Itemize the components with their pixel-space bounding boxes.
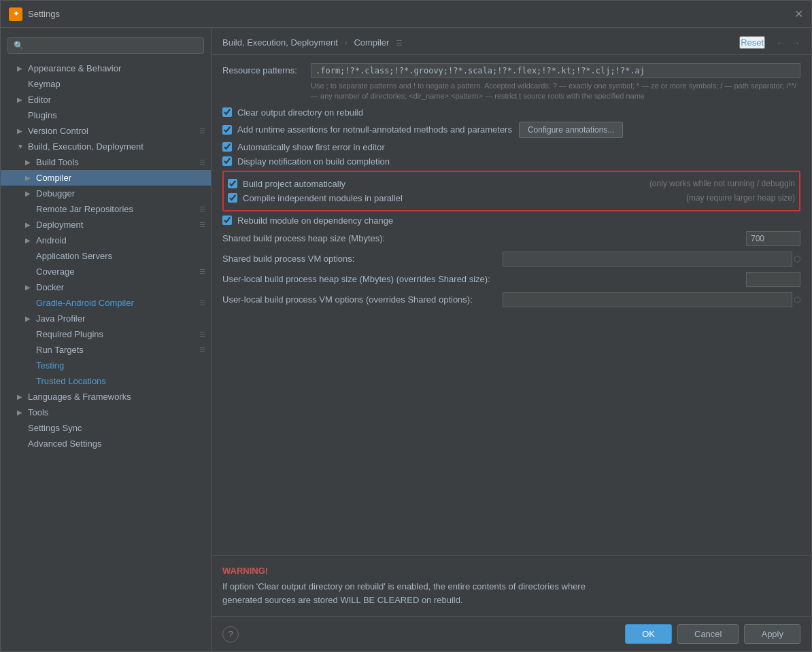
resource-patterns-row: Resource patterns: Use ; to separate pat… [222,63,800,102]
sidebar-item-docker[interactable]: ▶ Docker [1,279,211,295]
sidebar-item-label: Advanced Settings [28,439,101,449]
sidebar-item-label: Keymap [28,79,61,89]
sidebar-item-remote-jar[interactable]: Remote Jar Repositories ☰ [1,201,211,217]
sidebar-item-languages[interactable]: ▶ Languages & Frameworks [1,389,211,405]
rebuild-module-checkbox[interactable] [222,216,232,225]
expand-user-vm-icon[interactable]: ⬡ [794,295,800,305]
compile-parallel-label[interactable]: Compile independent modules in parallel [243,193,403,203]
badge-icon: ☰ [199,205,205,213]
shared-vm-input[interactable] [503,252,792,267]
configure-annotations-button[interactable]: Configure annotations... [519,122,623,138]
sidebar-item-testing[interactable]: Testing [1,358,211,373]
sidebar-item-label: Languages & Frameworks [28,392,131,402]
resource-hint: Use ; to separate patterns and ! to nega… [311,81,800,102]
sidebar-item-label: Gradle-Android Compiler [36,298,134,308]
shared-heap-input[interactable] [746,231,800,246]
warning-title: WARNING! [222,566,800,576]
shared-heap-row: Shared build process heap size (Mbytes): [222,231,800,246]
arrow-icon: ▶ [17,393,25,400]
arrow-icon: ▶ [25,315,33,322]
rebuild-module-label[interactable]: Rebuild module on dependency change [237,216,393,226]
sidebar-item-deployment[interactable]: ▶ Deployment ☰ [1,217,211,233]
window-title: Settings [28,9,794,19]
search-box[interactable] [7,37,204,54]
build-auto-label[interactable]: Build project automatically [243,179,345,189]
sidebar-item-gradle-android[interactable]: Gradle-Android Compiler ☰ [1,295,211,311]
arrow-icon: ▶ [17,65,25,72]
resource-input[interactable] [311,63,800,78]
clear-output-checkbox[interactable] [222,107,232,117]
user-vm-label: User-local build process VM options (ove… [222,294,503,305]
user-heap-row: User-local build process heap size (Mbyt… [222,272,800,287]
panel-header: Build, Execution, Deployment › Compiler … [212,28,811,55]
main-content: ▶ Appearance & Behavior Keymap ▶ Editor … [1,28,811,651]
sidebar-item-settings-sync[interactable]: Settings Sync [1,420,211,436]
sidebar-item-compiler[interactable]: ▶ Compiler ☰ [1,170,211,186]
add-runtime-label[interactable]: Add runtime assertions for notnull-annot… [237,124,512,135]
back-arrow[interactable]: ← [776,37,785,48]
sidebar-item-app-servers[interactable]: Application Servers [1,248,211,264]
arrow-icon: ▶ [17,127,25,135]
sidebar-item-tools[interactable]: ▶ Tools [1,405,211,420]
clear-output-label[interactable]: Clear output directory on rebuild [237,107,363,118]
warning-box: WARNING! If option 'Clear output directo… [212,555,811,616]
badge-icon: ☰ [199,299,205,307]
panel-body-wrapper: Resource patterns: Use ; to separate pat… [212,55,811,616]
sidebar-item-label: Deployment [36,220,83,230]
sidebar-item-build-exec[interactable]: ▼ Build, Execution, Deployment [1,139,211,154]
show-error-checkbox[interactable] [222,142,232,152]
display-notif-label[interactable]: Display notification on build completion [237,156,390,167]
user-vm-input[interactable] [503,292,792,307]
nav-arrows: ← → [773,37,800,48]
sidebar-item-label: Java Profiler [36,313,85,324]
user-heap-label: User-local build process heap size (Mbyt… [222,274,746,284]
close-button[interactable]: ✕ [794,7,803,20]
shared-vm-row: Shared build process VM options: ⬡ [222,252,800,267]
badge-icon: ☰ [199,221,205,228]
resource-label: Resource patterns: [222,63,311,75]
badge-icon: ☰ [199,330,205,338]
show-error-label[interactable]: Automatically show first error in editor [237,142,385,152]
sidebar-item-run-targets[interactable]: Run Targets ☰ [1,342,211,358]
build-auto-checkbox[interactable] [228,179,237,188]
settings-window: ✦ Settings ✕ ▶ Appearance & Behavior Key… [0,0,812,652]
sidebar-item-label: Android [36,235,67,245]
sidebar-item-coverage[interactable]: Coverage ☰ [1,264,211,279]
sidebar-item-label: Version Control [28,126,88,136]
cancel-button[interactable]: Cancel [677,624,739,644]
sidebar-item-android[interactable]: ▶ Android [1,233,211,248]
arrow-icon: ▶ [25,284,33,291]
sidebar-item-build-tools[interactable]: ▶ Build Tools ☰ [1,154,211,170]
display-notif-checkbox[interactable] [222,156,232,166]
arrow-icon: ▶ [25,158,33,166]
sidebar-item-appearance[interactable]: ▶ Appearance & Behavior [1,61,211,76]
reset-button[interactable]: Reset [739,36,765,49]
forward-arrow[interactable]: → [791,37,800,48]
sidebar-item-plugins[interactable]: Plugins [1,107,211,123]
help-button[interactable]: ? [222,626,239,642]
sidebar-item-label: Docker [36,282,64,292]
arrow-icon: ▶ [17,409,25,416]
sidebar-item-required-plugins[interactable]: Required Plugins ☰ [1,326,211,342]
user-heap-input[interactable] [746,272,800,287]
sidebar-item-label: Remote Jar Repositories [36,204,133,214]
sidebar-item-label: Application Servers [36,251,112,261]
add-runtime-checkbox[interactable] [222,125,232,135]
sidebar-item-keymap[interactable]: Keymap [1,76,211,92]
sidebar-item-label: Debugger [36,188,75,199]
breadcrumb-part1: Build, Execution, Deployment [222,37,338,48]
sidebar-item-trusted-locations[interactable]: Trusted Locations [1,373,211,389]
sidebar-item-java-profiler[interactable]: ▶ Java Profiler [1,311,211,326]
sidebar-item-version-control[interactable]: ▶ Version Control ☰ [1,123,211,139]
sidebar-item-label: Editor [28,95,51,105]
expand-vm-icon[interactable]: ⬡ [794,254,800,264]
sidebar-item-editor[interactable]: ▶ Editor [1,92,211,107]
sidebar-item-advanced-settings[interactable]: Advanced Settings [1,436,211,451]
badge-icon: ☰ [199,127,205,135]
compile-parallel-checkbox[interactable] [228,193,237,203]
search-input[interactable] [14,41,198,50]
apply-button[interactable]: Apply [744,624,800,644]
sidebar-item-debugger[interactable]: ▶ Debugger [1,186,211,201]
sidebar-item-label: Testing [36,360,64,371]
ok-button[interactable]: OK [625,624,672,644]
